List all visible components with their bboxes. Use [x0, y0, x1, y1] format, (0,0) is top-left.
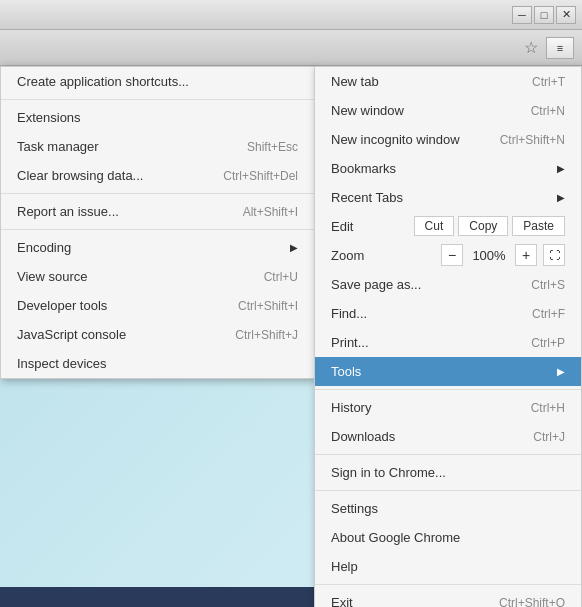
menu-item-new-tab[interactable]: New tab Ctrl+T: [315, 67, 581, 96]
menu-item-help[interactable]: Help: [315, 552, 581, 581]
menu-item-find[interactable]: Find... Ctrl+F: [315, 299, 581, 328]
menu-item-clear-browsing[interactable]: Clear browsing data... Ctrl+Shift+Del: [1, 161, 314, 190]
menu-item-signin[interactable]: Sign in to Chrome...: [315, 458, 581, 487]
zoom-value: 100%: [469, 248, 509, 263]
menu-item-history[interactable]: History Ctrl+H: [315, 393, 581, 422]
menu-item-tools[interactable]: Tools ▶: [315, 357, 581, 386]
copy-button[interactable]: Copy: [458, 216, 508, 236]
menu-item-downloads[interactable]: Downloads Ctrl+J: [315, 422, 581, 451]
menu-item-new-window[interactable]: New window Ctrl+N: [315, 96, 581, 125]
paste-button[interactable]: Paste: [512, 216, 565, 236]
close-button[interactable]: ✕: [556, 6, 576, 24]
menu-item-report-issue[interactable]: Report an issue... Alt+Shift+I: [1, 197, 314, 226]
left-dropdown-menu: Create application shortcuts... Extensio…: [0, 66, 315, 379]
titlebar: ─ □ ✕: [0, 0, 582, 30]
zoom-minus-button[interactable]: −: [441, 244, 463, 266]
minimize-button[interactable]: ─: [512, 6, 532, 24]
zoom-label: Zoom: [331, 248, 435, 263]
zoom-fullscreen-button[interactable]: ⛶: [543, 244, 565, 266]
maximize-button[interactable]: □: [534, 6, 554, 24]
browser-toolbar: ☆ ≡: [0, 30, 582, 66]
menu-item-bookmarks[interactable]: Bookmarks ▶: [315, 154, 581, 183]
menu-button[interactable]: ≡: [546, 37, 574, 59]
menu-item-about[interactable]: About Google Chrome: [315, 523, 581, 552]
menu-item-settings[interactable]: Settings: [315, 494, 581, 523]
cut-button[interactable]: Cut: [414, 216, 455, 236]
edit-row: Edit Cut Copy Paste: [315, 212, 581, 240]
menu-item-dev-tools[interactable]: Developer tools Ctrl+Shift+I: [1, 291, 314, 320]
divider: [315, 454, 581, 455]
divider: [1, 229, 314, 230]
star-icon[interactable]: ☆: [520, 37, 542, 59]
menu-item-incognito[interactable]: New incognito window Ctrl+Shift+N: [315, 125, 581, 154]
menu-item-view-source[interactable]: View source Ctrl+U: [1, 262, 314, 291]
divider: [315, 490, 581, 491]
divider: [315, 584, 581, 585]
divider: [1, 99, 314, 100]
zoom-plus-button[interactable]: +: [515, 244, 537, 266]
divider: [315, 389, 581, 390]
menu-item-extensions[interactable]: Extensions: [1, 103, 314, 132]
menu-item-create-shortcuts[interactable]: Create application shortcuts...: [1, 67, 314, 96]
menu-item-print[interactable]: Print... Ctrl+P: [315, 328, 581, 357]
divider: [1, 193, 314, 194]
zoom-row: Zoom − 100% + ⛶: [315, 240, 581, 270]
menu-item-exit[interactable]: Exit Ctrl+Shift+Q: [315, 588, 581, 607]
right-dropdown-menu: New tab Ctrl+T New window Ctrl+N New inc…: [314, 66, 582, 607]
menu-item-inspect-devices[interactable]: Inspect devices: [1, 349, 314, 378]
edit-label: Edit: [331, 219, 410, 234]
menu-item-task-manager[interactable]: Task manager Shift+Esc: [1, 132, 314, 161]
menu-item-js-console[interactable]: JavaScript console Ctrl+Shift+J: [1, 320, 314, 349]
menu-item-save[interactable]: Save page as... Ctrl+S: [315, 270, 581, 299]
menu-item-recent-tabs[interactable]: Recent Tabs ▶: [315, 183, 581, 212]
menu-item-encoding[interactable]: Encoding ▶: [1, 233, 314, 262]
